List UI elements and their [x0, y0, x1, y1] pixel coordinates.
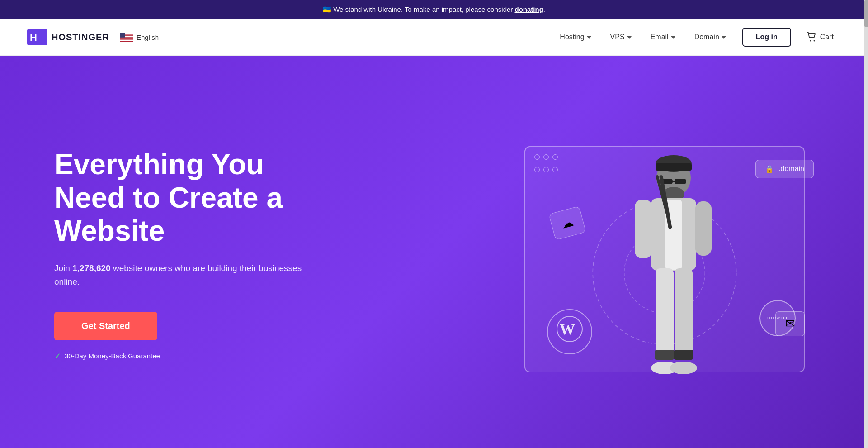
chevron-down-icon	[722, 36, 726, 39]
banner-message: We stand with Ukraine. To make an impact…	[333, 5, 513, 13]
mail-card: ✉	[775, 311, 805, 336]
ukraine-banner: 🇺🇦 We stand with Ukraine. To make an imp…	[0, 0, 868, 19]
svg-rect-9	[120, 33, 125, 38]
cart-icon	[807, 32, 816, 42]
cloud-icon: ☁	[560, 214, 575, 231]
svg-rect-26	[695, 201, 712, 256]
hero-illustration: 🔒 .domain W LITESPEED ☁ ✉	[524, 119, 832, 391]
checkmark-icon: ✓	[54, 351, 61, 361]
donating-link[interactable]: donating	[515, 5, 543, 13]
nav-email-label: Email	[651, 33, 669, 41]
svg-rect-25	[635, 200, 652, 258]
nav-hosting-label: Hosting	[560, 33, 584, 41]
navbar: H HOSTINGER English Hosting VPS Email	[0, 19, 868, 56]
subtitle-prefix: Join	[54, 263, 70, 273]
svg-rect-28	[675, 268, 693, 359]
svg-text:H: H	[30, 32, 37, 43]
chevron-down-icon	[587, 36, 591, 39]
person-figure	[624, 151, 723, 422]
login-button[interactable]: Log in	[742, 28, 791, 47]
nav-vps[interactable]: VPS	[603, 29, 639, 45]
svg-rect-27	[656, 268, 674, 359]
brand-name: HOSTINGER	[52, 32, 109, 43]
wordpress-w: W	[556, 315, 583, 348]
mail-icon: ✉	[785, 317, 795, 331]
browser-dot-1	[534, 154, 540, 160]
language-selector[interactable]: English	[120, 33, 159, 42]
lock-icon: 🔒	[765, 165, 774, 173]
browser-dot-2	[543, 154, 549, 160]
cart-label: Cart	[820, 33, 834, 41]
svg-rect-7	[120, 39, 133, 40]
get-started-button[interactable]: Get Started	[54, 312, 157, 340]
guarantee-label: 30-Day Money-Back Guarantee	[65, 352, 160, 360]
hero-title: Everything You Need to Create a Website	[54, 148, 326, 248]
hero-subtitle: Join 1,278,620 website owners who are bu…	[54, 262, 326, 289]
brand-link[interactable]: H HOSTINGER	[27, 29, 109, 45]
browser-dot-4	[534, 167, 540, 172]
us-flag-icon	[120, 33, 133, 42]
language-label: English	[137, 33, 159, 41]
browser-dot-5	[543, 167, 549, 172]
banner-flag: 🇺🇦	[323, 5, 331, 13]
chevron-down-icon	[671, 36, 675, 39]
svg-rect-6	[120, 38, 133, 38]
guarantee-row: ✓ 30-Day Money-Back Guarantee	[54, 351, 326, 361]
subtitle-count: 1,278,620	[72, 263, 111, 273]
browser-dot-3	[552, 154, 558, 160]
svg-rect-29	[655, 350, 675, 360]
cart-link[interactable]: Cart	[799, 29, 841, 46]
nav-vps-label: VPS	[610, 33, 625, 41]
scrollbar[interactable]	[864, 56, 868, 448]
hero-content: Everything You Need to Create a Website …	[54, 148, 326, 361]
hero-section: Everything You Need to Create a Website …	[0, 56, 868, 448]
chevron-down-icon	[627, 36, 632, 39]
wordpress-circle: W	[547, 309, 592, 354]
svg-text:W: W	[560, 321, 575, 338]
nav-domain-label: Domain	[694, 33, 719, 41]
nav-hosting[interactable]: Hosting	[552, 29, 598, 45]
svg-rect-18	[656, 163, 692, 171]
domain-badge: 🔒 .domain	[755, 160, 814, 178]
nav-links: Hosting VPS Email Domain Log in Cart	[552, 28, 841, 47]
svg-point-32	[670, 362, 697, 374]
wordpress-icon: W	[556, 315, 583, 343]
svg-rect-20	[675, 179, 686, 184]
nav-domain[interactable]: Domain	[687, 29, 733, 45]
svg-point-10	[810, 40, 811, 42]
nav-email[interactable]: Email	[643, 29, 683, 45]
svg-rect-30	[674, 350, 693, 360]
svg-point-11	[813, 40, 815, 42]
browser-dot-6	[552, 167, 558, 172]
domain-label: .domain	[778, 165, 804, 173]
hostinger-logo-icon: H	[27, 29, 47, 45]
svg-rect-8	[120, 40, 133, 41]
banner-suffix: .	[543, 5, 545, 13]
person-silhouette	[615, 105, 732, 422]
